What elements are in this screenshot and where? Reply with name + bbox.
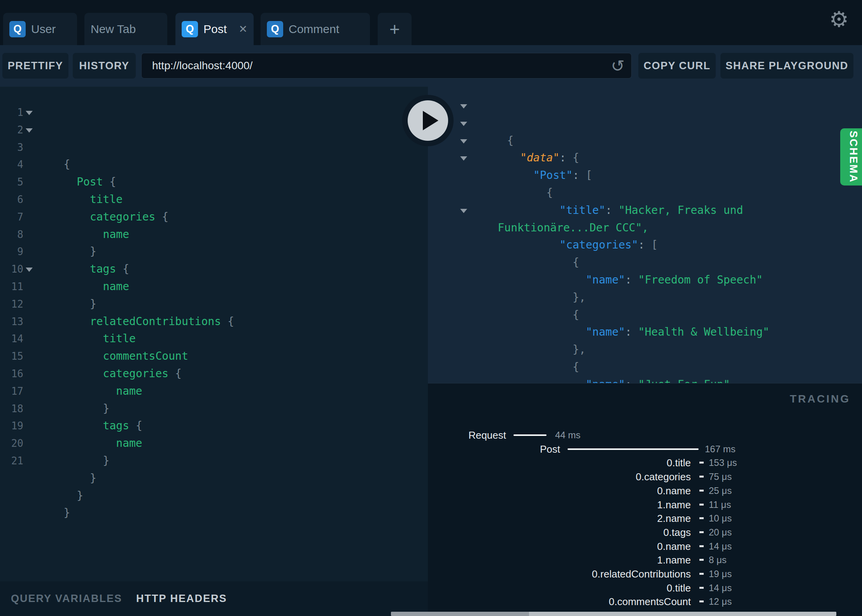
code-line: 10 relatedContributions { bbox=[0, 261, 428, 278]
trace-row: 0.title 14 μs bbox=[428, 581, 862, 595]
trace-value: 44 ms bbox=[555, 428, 580, 442]
schema-side-tab[interactable]: SCHEMA bbox=[840, 128, 862, 186]
trace-row: 2.name 10 μs bbox=[428, 511, 862, 525]
code-line: 21 } bbox=[0, 452, 428, 470]
tab-close-icon[interactable]: ✕ bbox=[238, 23, 247, 35]
code-line: 7 tags { bbox=[0, 208, 428, 226]
horizontal-scrollbar[interactable] bbox=[391, 612, 836, 616]
code-line: 17 name bbox=[0, 383, 428, 400]
trace-dash bbox=[699, 545, 704, 547]
code-line: 13 categories { bbox=[0, 313, 428, 331]
line-number: 2 bbox=[0, 121, 23, 139]
line-number: 21 bbox=[0, 452, 23, 470]
response-line: { bbox=[428, 219, 862, 237]
line-number: 9 bbox=[0, 243, 23, 261]
trace-value: 167 ms bbox=[705, 442, 736, 456]
trace-value: 14 μs bbox=[709, 539, 732, 553]
query-badge: Q bbox=[9, 21, 26, 37]
fold-arrow-icon[interactable] bbox=[460, 156, 467, 161]
trace-row: Request 44 ms bbox=[428, 428, 862, 442]
tab[interactable]: New Tab bbox=[84, 13, 167, 45]
line-number: 16 bbox=[0, 365, 23, 383]
trace-dash bbox=[699, 504, 704, 506]
response-line: }, bbox=[428, 306, 862, 324]
copy-curl-button[interactable]: COPY CURL bbox=[638, 53, 716, 79]
response-line: "data": { bbox=[428, 115, 862, 132]
trace-row: 0.name 25 μs bbox=[428, 484, 862, 498]
prettify-button[interactable]: PRETTIFY bbox=[2, 53, 68, 79]
trace-label: 0.name bbox=[657, 539, 691, 553]
code-text: } bbox=[63, 506, 70, 519]
trace-value: 14 μs bbox=[709, 581, 732, 595]
line-number: 18 bbox=[0, 400, 23, 418]
tab[interactable]: + bbox=[378, 13, 412, 45]
trace-dash bbox=[699, 517, 704, 519]
response-line: }, bbox=[428, 254, 862, 271]
fold-arrow-icon[interactable] bbox=[460, 139, 467, 144]
query-editor[interactable]: 1 { 2 Post { 3 title 4 categories { 5 na… bbox=[0, 87, 428, 581]
trace-row: 1.name 8 μs bbox=[428, 553, 862, 567]
endpoint-url-input[interactable] bbox=[142, 53, 631, 78]
trace-dash bbox=[699, 587, 704, 589]
fold-arrow-icon[interactable] bbox=[460, 122, 467, 126]
fold-arrow-icon[interactable] bbox=[460, 209, 467, 213]
code-line: 3 title bbox=[0, 139, 428, 156]
tracing-title: TRACING bbox=[790, 393, 850, 405]
reload-schema-icon[interactable]: ↺ bbox=[605, 53, 631, 79]
trace-label: 1.name bbox=[657, 553, 691, 567]
line-number: 15 bbox=[0, 348, 23, 365]
settings-gear-icon[interactable]: ⚙ bbox=[829, 9, 849, 30]
response-line: { bbox=[428, 97, 862, 115]
play-button-circle bbox=[408, 100, 448, 141]
tab[interactable]: Q Post ✕ bbox=[175, 13, 254, 45]
query-variables-tab[interactable]: QUERY VARIABLES bbox=[11, 593, 122, 605]
code-line: 16 tags { bbox=[0, 365, 428, 383]
endpoint-url-box bbox=[141, 53, 632, 79]
trace-row: 0.categories 75 μs bbox=[428, 470, 862, 484]
fold-arrow-icon[interactable] bbox=[26, 128, 33, 133]
code-line: 1 { bbox=[0, 104, 428, 121]
trace-label: Request bbox=[468, 428, 506, 442]
trace-label: Post bbox=[540, 442, 560, 456]
history-button[interactable]: HISTORY bbox=[73, 53, 136, 79]
code-line: 18 } bbox=[0, 400, 428, 418]
trace-label: 0.title bbox=[667, 456, 691, 470]
trace-dash bbox=[699, 490, 704, 492]
top-bar: Q User New Tab Q Post ✕ Q Comment + ⚙ bbox=[0, 0, 862, 45]
response-line: } bbox=[428, 359, 862, 376]
line-number: 13 bbox=[0, 313, 23, 331]
trace-dash bbox=[699, 559, 704, 561]
query-badge: Q bbox=[267, 21, 283, 37]
trace-label: 0.tags bbox=[663, 525, 691, 539]
line-number: 19 bbox=[0, 417, 23, 435]
trace-label: 0.relatedContributions bbox=[592, 567, 691, 581]
fold-arrow-icon[interactable] bbox=[460, 104, 467, 108]
share-playground-button[interactable]: SHARE PLAYGROUND bbox=[720, 53, 853, 79]
trace-label: 1.name bbox=[657, 498, 691, 512]
variables-panel: QUERY VARIABLES HTTP HEADERS bbox=[0, 581, 428, 616]
trace-label: 0.title bbox=[667, 581, 691, 595]
line-number: 1 bbox=[0, 104, 23, 121]
tab[interactable]: Q User bbox=[3, 13, 77, 45]
trace-bar bbox=[513, 434, 547, 436]
trace-value: 75 μs bbox=[709, 470, 732, 484]
execute-query-button[interactable] bbox=[402, 95, 454, 146]
tab[interactable]: Q Comment bbox=[261, 13, 370, 45]
http-headers-tab[interactable]: HTTP HEADERS bbox=[136, 593, 227, 605]
fold-arrow-icon[interactable] bbox=[26, 268, 33, 272]
trace-row: 0.commentsCount 12 μs bbox=[428, 595, 862, 609]
response-line: "name": "Health & Wellbeing" bbox=[428, 289, 862, 306]
response-line: { bbox=[428, 324, 862, 341]
fold-arrow-icon[interactable] bbox=[26, 111, 33, 115]
trace-value: 153 μs bbox=[709, 456, 737, 470]
response-line: "Post": [ bbox=[428, 132, 862, 150]
trace-dash bbox=[699, 573, 704, 575]
trace-label: 0.categories bbox=[636, 470, 691, 484]
tracing-panel: TRACING Request 44 ms Post 167 ms 0.titl… bbox=[428, 383, 862, 616]
toolbar: PRETTIFY HISTORY ↺ COPY CURL SHARE PLAYG… bbox=[0, 45, 862, 87]
trace-row: 0.name 14 μs bbox=[428, 539, 862, 553]
line-number: 5 bbox=[0, 173, 23, 191]
code-line: 20 } bbox=[0, 435, 428, 452]
trace-row: Post 167 ms bbox=[428, 442, 862, 456]
code-line: 15 } bbox=[0, 348, 428, 365]
